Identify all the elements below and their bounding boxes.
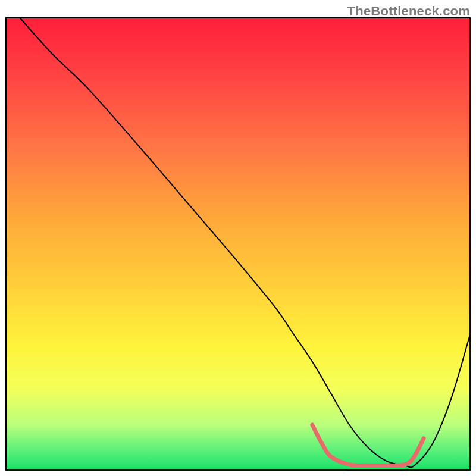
plot-background xyxy=(6,18,470,470)
watermark-text: TheBottleneck.com xyxy=(347,4,470,19)
chart-container: TheBottleneck.com xyxy=(0,0,476,476)
bottleneck-chart xyxy=(0,0,476,476)
